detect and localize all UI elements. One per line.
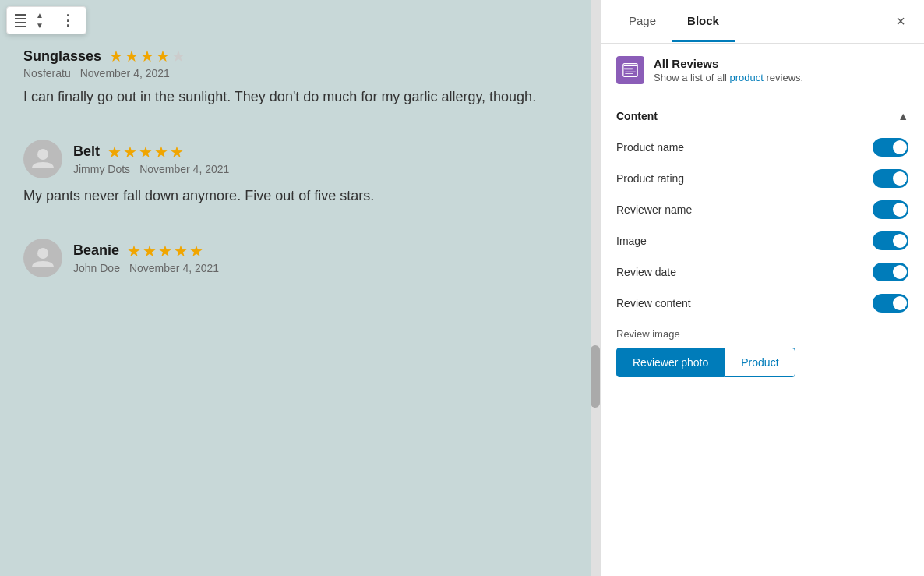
right-panel: Page Block × All Reviews Show a list of … — [600, 0, 924, 576]
block-description: Show a list of all product reviews. — [654, 72, 803, 83]
review-date: November 4, 2021 — [139, 163, 229, 175]
star-3: ★ — [158, 242, 172, 260]
setting-image: Image — [616, 225, 908, 256]
review-meta: Belt ★ ★ ★ ★ ★ Jimmy Dots November 4, 20… — [73, 143, 229, 175]
star-1: ★ — [109, 47, 123, 65]
review-date: November 4, 2021 — [129, 262, 219, 274]
list-item: Beanie ★ ★ ★ ★ ★ John Doe November 4, 20… — [23, 239, 577, 277]
review-author-date: Nosferatu November 4, 2021 — [23, 67, 185, 80]
star-1: ★ — [127, 242, 141, 260]
setting-label-review-date: Review date — [616, 266, 676, 278]
setting-review-content: Review content — [616, 288, 908, 319]
review-author-date: John Doe November 4, 2021 — [73, 262, 219, 274]
reviews-list: Sunglasses ★ ★ ★ ★ ★ Nosferatu November … — [0, 0, 600, 324]
star-5: ★ — [170, 143, 184, 161]
close-button[interactable]: × — [890, 6, 912, 37]
star-4: ★ — [174, 242, 188, 260]
star-3: ★ — [139, 143, 153, 161]
list-item: Sunglasses ★ ★ ★ ★ ★ Nosferatu November … — [23, 47, 577, 108]
block-title: All Reviews — [654, 57, 803, 70]
star-2: ★ — [125, 47, 139, 65]
review-meta: Beanie ★ ★ ★ ★ ★ John Doe November 4, 20… — [73, 242, 219, 274]
more-options-button[interactable]: ⋮ — [56, 10, 81, 30]
review-product-row: Belt ★ ★ ★ ★ ★ — [73, 143, 229, 161]
move-up-button[interactable]: ▲ — [34, 11, 46, 20]
avatar — [23, 140, 62, 178]
setting-product-name: Product name — [616, 132, 908, 163]
image-type-buttons: Reviewer photo Product — [616, 348, 908, 377]
star-1: ★ — [108, 143, 122, 161]
svg-rect-3 — [624, 69, 633, 70]
setting-label-reviewer-name: Reviewer name — [616, 203, 692, 216]
toggle-review-date[interactable] — [873, 263, 908, 281]
block-icon — [616, 56, 644, 84]
product-name[interactable]: Beanie — [73, 242, 119, 259]
review-content: I can finally go out in the sunlight. Th… — [23, 86, 577, 108]
review-image-section: Review image Reviewer photo Product — [616, 319, 908, 377]
star-4: ★ — [154, 143, 168, 161]
star-rating: ★ ★ ★ ★ ★ — [108, 143, 184, 161]
list-item: Belt ★ ★ ★ ★ ★ Jimmy Dots November 4, 20… — [23, 140, 577, 207]
toggle-product-name[interactable] — [873, 138, 908, 157]
reviewer-name: Nosferatu — [23, 67, 71, 80]
star-4: ★ — [156, 47, 170, 65]
star-5: ★ — [189, 242, 203, 260]
content-section-title: Content — [616, 110, 658, 122]
review-header: Beanie ★ ★ ★ ★ ★ John Doe November 4, 20… — [23, 239, 577, 277]
reviewer-photo-button[interactable]: Reviewer photo — [616, 348, 725, 377]
star-2: ★ — [143, 242, 157, 260]
toggle-review-content[interactable] — [873, 294, 908, 313]
product-name[interactable]: Sunglasses — [23, 48, 101, 65]
scrollbar-thumb[interactable] — [591, 345, 600, 408]
panel-tabs: Page Block × — [601, 0, 924, 44]
review-meta: Sunglasses ★ ★ ★ ★ ★ Nosferatu November … — [23, 47, 185, 80]
scrollbar[interactable] — [591, 0, 600, 576]
move-down-button[interactable]: ▼ — [34, 21, 46, 30]
setting-label-product-rating: Product rating — [616, 172, 684, 185]
tab-block[interactable]: Block — [672, 2, 735, 42]
star-rating: ★ ★ ★ ★ ★ — [109, 47, 185, 65]
setting-label-review-content: Review content — [616, 297, 691, 309]
review-content: My pants never fall down anymore. Five o… — [23, 185, 577, 207]
block-toolbar: ▲ ▼ ⋮ — [6, 6, 86, 34]
review-product-row: Beanie ★ ★ ★ ★ ★ — [73, 242, 219, 260]
toggle-product-rating[interactable] — [873, 169, 908, 188]
block-title-area: All Reviews Show a list of all product r… — [654, 57, 803, 83]
reviewer-name: John Doe — [73, 262, 120, 274]
setting-label-image: Image — [616, 235, 647, 247]
setting-reviewer-name: Reviewer name — [616, 194, 908, 225]
chevron-up-icon: ▲ — [898, 110, 908, 122]
review-image-label: Review image — [616, 328, 908, 340]
svg-point-0 — [37, 149, 48, 160]
review-header: Belt ★ ★ ★ ★ ★ Jimmy Dots November 4, 20… — [23, 140, 577, 178]
block-info: All Reviews Show a list of all product r… — [601, 44, 924, 97]
product-button[interactable]: Product — [725, 348, 795, 377]
toggle-reviewer-name[interactable] — [873, 200, 908, 219]
setting-review-date: Review date — [616, 256, 908, 288]
svg-point-1 — [37, 248, 48, 259]
settings-panel: Content ▲ Product name Product rating Re… — [601, 97, 924, 576]
left-panel: ▲ ▼ ⋮ Sunglasses ★ ★ ★ ★ ★ — [0, 0, 600, 576]
toolbar-divider — [51, 11, 51, 30]
toggle-image[interactable] — [873, 231, 908, 250]
content-section-header[interactable]: Content ▲ — [616, 97, 908, 132]
review-author-date: Jimmy Dots November 4, 2021 — [73, 163, 229, 175]
review-product-row: Sunglasses ★ ★ ★ ★ ★ — [23, 47, 185, 65]
review-date: November 4, 2021 — [80, 67, 170, 80]
star-rating: ★ ★ ★ ★ ★ — [127, 242, 203, 260]
setting-label-product-name: Product name — [616, 141, 684, 154]
tabs-container: Page Block — [613, 2, 735, 42]
move-arrows[interactable]: ▲ ▼ — [34, 11, 46, 30]
svg-rect-2 — [624, 65, 637, 66]
avatar — [23, 239, 62, 277]
star-5: ★ — [171, 47, 185, 65]
tab-page[interactable]: Page — [613, 2, 672, 42]
product-link[interactable]: product — [730, 72, 764, 83]
star-2: ★ — [123, 143, 137, 161]
drag-handle[interactable] — [12, 11, 29, 30]
setting-product-rating: Product rating — [616, 163, 908, 194]
star-3: ★ — [140, 47, 154, 65]
review-header: Sunglasses ★ ★ ★ ★ ★ Nosferatu November … — [23, 47, 577, 80]
reviewer-name: Jimmy Dots — [73, 163, 130, 175]
product-name[interactable]: Belt — [73, 143, 100, 160]
